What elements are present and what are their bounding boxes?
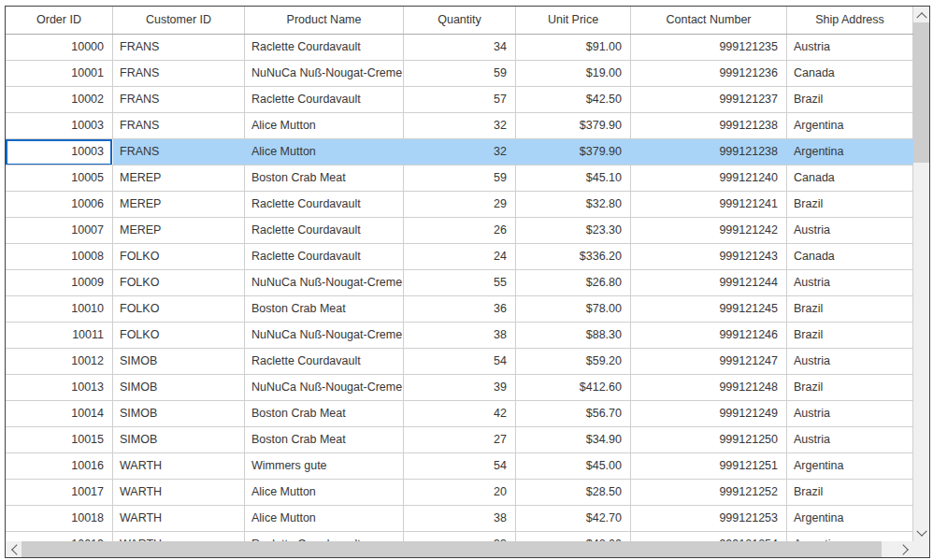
cell-ship-address[interactable]: Brazil bbox=[787, 480, 913, 505]
cell-ship-address[interactable]: Austria bbox=[787, 349, 913, 374]
horizontal-scrollbar[interactable] bbox=[6, 541, 913, 557]
cell-product-name[interactable]: Alice Mutton bbox=[245, 139, 404, 165]
cell-quantity[interactable]: 59 bbox=[404, 61, 516, 86]
cell-ship-address[interactable]: Argentina bbox=[787, 139, 913, 165]
cell-quantity[interactable]: 20 bbox=[404, 480, 516, 505]
cell-quantity[interactable]: 59 bbox=[404, 165, 516, 191]
cell-order-id[interactable]: 10007 bbox=[6, 218, 113, 243]
cell-contact-number[interactable]: 999121238 bbox=[631, 113, 787, 138]
cell-unit-price[interactable]: $412.60 bbox=[516, 375, 631, 400]
vertical-scrollbar[interactable] bbox=[913, 7, 929, 541]
cell-quantity[interactable]: 32 bbox=[404, 139, 516, 165]
cell-order-id[interactable]: 10018 bbox=[6, 506, 113, 531]
vertical-scrollbar-thumb[interactable] bbox=[913, 22, 929, 163]
cell-product-name[interactable]: Alice Mutton bbox=[245, 113, 404, 138]
cell-customer-id[interactable]: FRANS bbox=[113, 61, 245, 86]
cell-customer-id[interactable]: WARTH bbox=[113, 532, 245, 541]
cell-ship-address[interactable]: Austria bbox=[787, 427, 913, 452]
cell-contact-number[interactable]: 999121245 bbox=[631, 296, 787, 322]
cell-quantity[interactable]: 33 bbox=[404, 532, 516, 541]
cell-quantity[interactable]: 57 bbox=[404, 87, 516, 112]
cell-quantity[interactable]: 36 bbox=[404, 296, 516, 322]
cell-product-name[interactable]: NuNuCa Nuß-Nougat-Creme bbox=[245, 323, 404, 348]
cell-product-name[interactable]: Raclette Courdavault bbox=[245, 35, 404, 60]
cell-customer-id[interactable]: WARTH bbox=[113, 480, 245, 505]
cell-order-id[interactable]: 10003 bbox=[6, 113, 113, 138]
column-header-product-name[interactable]: Product Name bbox=[245, 7, 404, 34]
cell-order-id[interactable]: 10005 bbox=[6, 165, 113, 191]
cell-ship-address[interactable]: Canada bbox=[787, 165, 913, 191]
cell-order-id[interactable]: 10006 bbox=[6, 192, 113, 217]
cell-contact-number[interactable]: 999121246 bbox=[631, 323, 787, 348]
cell-customer-id[interactable]: SIMOB bbox=[113, 349, 245, 374]
cell-ship-address[interactable]: Argentina bbox=[787, 113, 913, 138]
cell-unit-price[interactable]: $45.10 bbox=[516, 165, 631, 191]
cell-product-name[interactable]: Raclette Courdavault bbox=[245, 218, 404, 243]
cell-unit-price[interactable]: $32.80 bbox=[516, 192, 631, 217]
cell-contact-number[interactable]: 999121249 bbox=[631, 401, 787, 426]
cell-unit-price[interactable]: $379.90 bbox=[516, 113, 631, 138]
cell-contact-number[interactable]: 999121237 bbox=[631, 87, 787, 112]
cell-unit-price[interactable]: $26.80 bbox=[516, 270, 631, 295]
cell-quantity[interactable]: 54 bbox=[404, 349, 516, 374]
cell-order-id[interactable]: 10003 bbox=[6, 139, 113, 165]
cell-product-name[interactable]: NuNuCa Nuß-Nougat-Creme bbox=[245, 375, 404, 400]
cell-unit-price[interactable]: $88.30 bbox=[516, 323, 631, 348]
cell-ship-address[interactable]: Argentina bbox=[787, 532, 913, 541]
cell-contact-number[interactable]: 999121236 bbox=[631, 61, 787, 86]
cell-quantity[interactable]: 55 bbox=[404, 270, 516, 295]
cell-product-name[interactable]: Raclette Courdavault bbox=[245, 532, 404, 541]
cell-unit-price[interactable]: $379.90 bbox=[516, 139, 631, 165]
cell-contact-number[interactable]: 999121254 bbox=[631, 532, 787, 541]
cell-unit-price[interactable]: $28.50 bbox=[516, 480, 631, 505]
cell-customer-id[interactable]: FOLKO bbox=[113, 270, 245, 295]
cell-quantity[interactable]: 26 bbox=[404, 218, 516, 243]
cell-ship-address[interactable]: Austria bbox=[787, 401, 913, 426]
cell-product-name[interactable]: Boston Crab Meat bbox=[245, 427, 404, 452]
cell-quantity[interactable]: 42 bbox=[404, 401, 516, 426]
cell-contact-number[interactable]: 999121242 bbox=[631, 218, 787, 243]
horizontal-scrollbar-thumb[interactable] bbox=[22, 541, 882, 557]
cell-order-id[interactable]: 10008 bbox=[6, 244, 113, 269]
cell-contact-number[interactable]: 999121235 bbox=[631, 35, 787, 60]
cell-ship-address[interactable]: Argentina bbox=[787, 453, 913, 479]
cell-product-name[interactable]: Raclette Courdavault bbox=[245, 87, 404, 112]
scroll-right-button[interactable] bbox=[897, 541, 913, 557]
cell-ship-address[interactable]: Brazil bbox=[787, 296, 913, 322]
cell-ship-address[interactable]: Austria bbox=[787, 218, 913, 243]
cell-unit-price[interactable]: $91.00 bbox=[516, 35, 631, 60]
cell-order-id[interactable]: 10000 bbox=[6, 35, 113, 60]
cell-product-name[interactable]: Alice Mutton bbox=[245, 506, 404, 531]
cell-customer-id[interactable]: WARTH bbox=[113, 453, 245, 479]
cell-ship-address[interactable]: Brazil bbox=[787, 323, 913, 348]
cell-product-name[interactable]: Raclette Courdavault bbox=[245, 349, 404, 374]
cell-customer-id[interactable]: MEREP bbox=[113, 192, 245, 217]
cell-quantity[interactable]: 54 bbox=[404, 453, 516, 479]
cell-customer-id[interactable]: FRANS bbox=[113, 139, 245, 165]
cell-customer-id[interactable]: FRANS bbox=[113, 87, 245, 112]
cell-customer-id[interactable]: FOLKO bbox=[113, 244, 245, 269]
column-header-unit-price[interactable]: Unit Price bbox=[516, 7, 631, 34]
cell-product-name[interactable]: Raclette Courdavault bbox=[245, 244, 404, 269]
cell-quantity[interactable]: 38 bbox=[404, 323, 516, 348]
cell-contact-number[interactable]: 999121243 bbox=[631, 244, 787, 269]
cell-contact-number[interactable]: 999121241 bbox=[631, 192, 787, 217]
column-header-contact-number[interactable]: Contact Number bbox=[631, 7, 787, 34]
column-header-order-id[interactable]: Order ID bbox=[6, 7, 113, 34]
cell-quantity[interactable]: 29 bbox=[404, 192, 516, 217]
cell-ship-address[interactable]: Brazil bbox=[787, 192, 913, 217]
cell-quantity[interactable]: 34 bbox=[404, 35, 516, 60]
cell-customer-id[interactable]: SIMOB bbox=[113, 375, 245, 400]
cell-order-id[interactable]: 10014 bbox=[6, 401, 113, 426]
cell-ship-address[interactable]: Canada bbox=[787, 61, 913, 86]
cell-quantity[interactable]: 39 bbox=[404, 375, 516, 400]
cell-unit-price[interactable]: $78.00 bbox=[516, 296, 631, 322]
cell-customer-id[interactable]: MEREP bbox=[113, 218, 245, 243]
cell-unit-price[interactable]: $56.70 bbox=[516, 401, 631, 426]
cell-ship-address[interactable]: Brazil bbox=[787, 375, 913, 400]
cell-product-name[interactable]: Boston Crab Meat bbox=[245, 165, 404, 191]
cell-order-id[interactable]: 10017 bbox=[6, 480, 113, 505]
cell-contact-number[interactable]: 999121251 bbox=[631, 453, 787, 479]
cell-unit-price[interactable]: $42.00 bbox=[516, 532, 631, 541]
cell-unit-price[interactable]: $336.20 bbox=[516, 244, 631, 269]
